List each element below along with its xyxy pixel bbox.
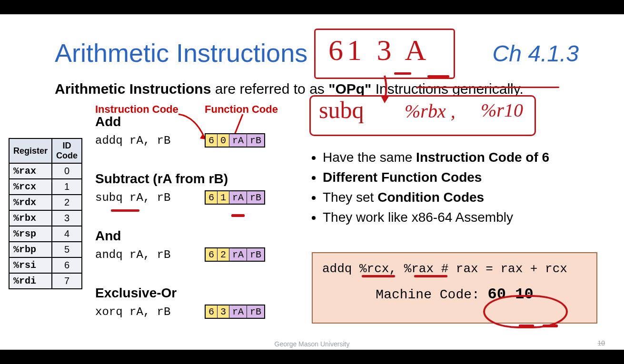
reg-id: 5 xyxy=(52,242,82,257)
table-row: %rsp4 xyxy=(9,226,82,242)
example-box: addq %rcx, %rax # rax = rax + rcx Machin… xyxy=(312,252,597,324)
slide: Arithmetic Instructions Ch 4.1.3 Arithme… xyxy=(0,14,624,350)
bullet-bold: Different Function Codes xyxy=(323,170,482,185)
table-row: %rdi7 xyxy=(9,273,82,289)
enc-byte: rB xyxy=(247,305,264,318)
list-item: They set Condition Codes xyxy=(323,187,549,207)
subtitle-lead: Arithmetic Instructions xyxy=(55,81,211,97)
bullet-pre: Have the same xyxy=(323,150,416,165)
reg-id: 7 xyxy=(52,273,82,289)
table-row: %rsi6 xyxy=(9,257,82,273)
slide-subtitle: Arithmetic Instructions are referred to … xyxy=(55,81,524,97)
op-row: subq rA, rB61rArB xyxy=(95,190,265,205)
hand-underline-3-icon xyxy=(394,72,411,75)
reg-name: %rbx xyxy=(9,210,52,226)
reg-id: 3 xyxy=(52,210,82,226)
op-mnemonic: andq rA, rB xyxy=(95,248,190,261)
reg-name: %rdx xyxy=(9,195,52,210)
register-id-table: Register ID Code %rax0%rcx1%rdx2%rbx3%rs… xyxy=(9,138,82,289)
hand-underline-a-icon xyxy=(427,75,449,78)
reg-id: 4 xyxy=(52,226,82,242)
op-heading: Subtract (rA from rB) xyxy=(95,171,265,187)
enc-byte: rA xyxy=(229,248,247,261)
subtitle-mid: are referred to as xyxy=(211,81,328,97)
enc-byte: 6 xyxy=(206,305,218,318)
enc-byte: 2 xyxy=(218,248,229,261)
bullet-pre: They work like x86-64 Assembly xyxy=(323,210,513,225)
op-section-andq: Andandq rA, rB62rArB xyxy=(95,228,265,262)
hand-subq: subq xyxy=(319,96,364,124)
op-heading: Exclusive-Or xyxy=(95,285,265,301)
reg-name: %rcx xyxy=(9,179,52,195)
hand-underline-enc1-icon xyxy=(231,214,245,217)
hand-r10: %r10 xyxy=(481,99,523,121)
example-mc-label: Machine Code: xyxy=(376,287,479,302)
example-mc-value: 60 10 xyxy=(488,285,534,303)
reg-id: 2 xyxy=(52,195,82,210)
enc-byte: 6 xyxy=(206,134,218,147)
op-mnemonic: addq rA, rB xyxy=(95,134,190,147)
table-row: %rcx1 xyxy=(9,179,82,195)
reg-id: 0 xyxy=(52,163,82,179)
op-section-xorq: Exclusive-Orxorq rA, rB63rArB xyxy=(95,285,265,319)
slide-title: Arithmetic Instructions xyxy=(55,38,307,68)
list-item: They work like x86-64 Assembly xyxy=(323,207,549,227)
example-machine-code: Machine Code: 60 10 xyxy=(322,285,587,303)
bullet-list: Have the same Instruction Code of 6Diffe… xyxy=(309,148,549,227)
enc-byte: rB xyxy=(247,134,264,147)
op-mnemonic: xorq rA, rB xyxy=(95,305,190,318)
bullet-bold: Condition Codes xyxy=(377,190,484,205)
reg-name: %rbp xyxy=(9,242,52,257)
table-row: %rdx2 xyxy=(9,195,82,210)
op-row: addq rA, rB60rArB xyxy=(95,133,265,148)
table-row: %rbx3 xyxy=(9,210,82,226)
reg-name: %rax xyxy=(9,163,52,179)
op-encoding: 63rArB xyxy=(205,305,265,319)
enc-byte: rA xyxy=(229,305,247,318)
enc-byte: rA xyxy=(229,191,247,204)
op-mnemonic: subq rA, rB xyxy=(95,191,190,204)
hand-box-subq-icon xyxy=(309,95,536,136)
hand-underline-60-icon xyxy=(519,325,534,327)
op-row: xorq rA, rB63rArB xyxy=(95,305,265,319)
enc-byte: 0 xyxy=(218,134,229,147)
list-item: Have the same Instruction Code of 6 xyxy=(323,148,549,167)
hand-box-top-icon xyxy=(314,29,455,79)
op-encoding: 62rArB xyxy=(205,247,265,262)
footer-university: George Mason University xyxy=(0,340,624,348)
hand-top-text: 61 3 A xyxy=(328,33,430,67)
subtitle-tail: Instructions generically. xyxy=(371,81,524,97)
subtitle-opq: "OPq" xyxy=(328,81,371,97)
reg-header-idcode: ID Code xyxy=(52,138,82,163)
bullet-pre: They set xyxy=(323,190,377,205)
chapter-ref: Ch 4.1.3 xyxy=(493,40,579,67)
reg-id: 1 xyxy=(52,179,82,195)
enc-byte: rB xyxy=(247,191,264,204)
op-heading: Add xyxy=(95,114,265,129)
op-heading: And xyxy=(95,228,265,244)
hand-rbx: %rbx , xyxy=(405,100,456,122)
bullet-bold: Instruction Code of 6 xyxy=(416,150,549,165)
reg-name: %rsp xyxy=(9,226,52,242)
hand-underline-subq-icon xyxy=(111,209,139,212)
list-item: Different Function Codes xyxy=(323,167,549,187)
slide-number: 10 xyxy=(597,339,605,347)
enc-byte: 6 xyxy=(206,248,218,261)
reg-id: 6 xyxy=(52,257,82,273)
op-encoding: 61rArB xyxy=(205,190,265,205)
op-encoding: 60rArB xyxy=(205,133,265,148)
enc-byte: 1 xyxy=(218,191,229,204)
op-section-addq: Addaddq rA, rB60rArB xyxy=(95,114,265,148)
enc-byte: rB xyxy=(247,248,264,261)
enc-byte: 3 xyxy=(218,305,229,318)
hand-underline-10-icon xyxy=(543,325,558,327)
reg-name: %rdi xyxy=(9,273,52,289)
reg-name: %rsi xyxy=(9,257,52,273)
table-row: %rax0 xyxy=(9,163,82,179)
table-row: %rbp5 xyxy=(9,242,82,257)
enc-byte: 6 xyxy=(206,191,218,204)
reg-header-register: Register xyxy=(9,138,52,163)
op-row: andq rA, rB62rArB xyxy=(95,247,265,262)
op-section-subq: Subtract (rA from rB)subq rA, rB61rArB xyxy=(95,171,265,205)
enc-byte: rA xyxy=(229,134,247,147)
